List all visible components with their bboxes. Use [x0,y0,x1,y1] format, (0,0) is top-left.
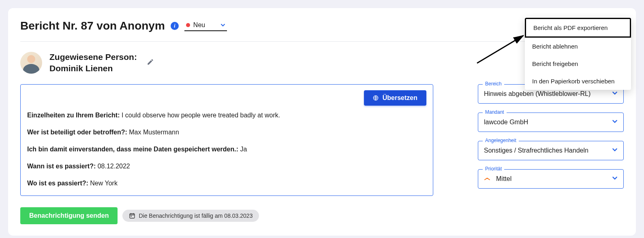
field-prioritaet: Priorität Mittel [478,169,624,189]
status-text: Neu [193,21,205,29]
avatar [20,52,42,74]
priority-medium-icon [484,175,490,183]
svg-rect-2 [131,216,132,217]
field-label: Bereich [483,81,504,87]
status-dot-icon [186,23,190,27]
field-label: Priorität [483,166,504,172]
detail-line: Ich bin damit einverstanden, dass meine … [27,144,426,154]
detail-line: Wo ist es passiert?: New York [27,178,426,188]
chevron-down-icon [612,147,618,154]
menu-reject-report[interactable]: Bericht ablehnen [525,38,631,55]
report-title: Bericht Nr. 87 von Anonym [20,19,165,32]
field-mandant: Mandant lawcode GmbH [478,113,624,132]
status-select[interactable]: Neu [184,21,227,31]
right-column: Bereich Hinweis abgeben (Whistleblower-R… [478,84,624,189]
menu-move-to-trash[interactable]: In den Papierkorb verschieben [525,72,631,90]
field-value: lawcode GmbH [484,119,528,126]
assignee-label: Zugewiesene Person: [49,51,137,63]
details-box: Übersetzen Einzelheiten zu Ihrem Bericht… [20,84,433,196]
info-icon[interactable]: i [171,22,179,30]
due-chip: Die Benachrichtigung ist fällig am 08.03… [122,210,259,222]
prioritaet-select[interactable]: Mittel [478,169,624,189]
field-value: Mittel [496,175,511,183]
due-text: Die Benachrichtigung ist fällig am 08.03… [139,212,252,219]
chevron-down-icon [612,175,618,183]
field-angelegenheit: Angelegenheit Sonstiges / Strafrechtlich… [478,141,624,160]
mandant-select[interactable]: lawcode GmbH [478,113,624,132]
field-value: Hinweis abgeben (Whistleblower-RL) [484,90,591,98]
send-notification-button[interactable]: Benachrichtigung senden [20,207,118,224]
edit-icon[interactable] [147,58,154,67]
svg-rect-1 [130,214,135,218]
field-value: Sonstiges / Strafrechtliches Handeln [484,147,588,154]
angelegenheit-select[interactable]: Sonstiges / Strafrechtliches Handeln [478,141,624,160]
calendar-icon [129,212,135,219]
title-wrap: Bericht Nr. 87 von Anonym i Neu [20,19,227,32]
field-label: Mandant [483,109,507,115]
menu-export-pdf[interactable]: Bericht als PDF exportieren [525,18,631,38]
detail-line: Wann ist es passiert?: 08.12.2022 [27,162,426,171]
translate-button[interactable]: Übersetzen [364,90,426,106]
assignee-name: Dominik Lienen [49,63,137,74]
left-column: Übersetzen Einzelheiten zu Ihrem Bericht… [20,84,433,224]
translate-button-label: Übersetzen [383,94,417,102]
assignee-text: Zugewiesene Person: Dominik Lienen [49,51,137,74]
notify-row: Benachrichtigung senden Die Benachrichti… [20,207,433,224]
detail-line: Wer ist beteiligt oder betroffen?: Max M… [27,128,426,137]
main-row: Übersetzen Einzelheiten zu Ihrem Bericht… [20,84,624,224]
globe-icon [373,95,379,101]
chevron-down-icon [612,90,618,98]
menu-release-report[interactable]: Bericht freigeben [525,55,631,72]
chevron-down-icon [612,119,618,126]
report-card: Bericht Nr. 87 von Anonym i Neu Eingang … [8,8,636,236]
chevron-down-icon [220,23,225,28]
detail-line: Einzelheiten zu Ihrem Bericht: I could o… [27,110,426,120]
action-menu: Bericht als PDF exportieren Bericht able… [525,18,631,90]
field-label: Angelegenheit [483,138,519,143]
